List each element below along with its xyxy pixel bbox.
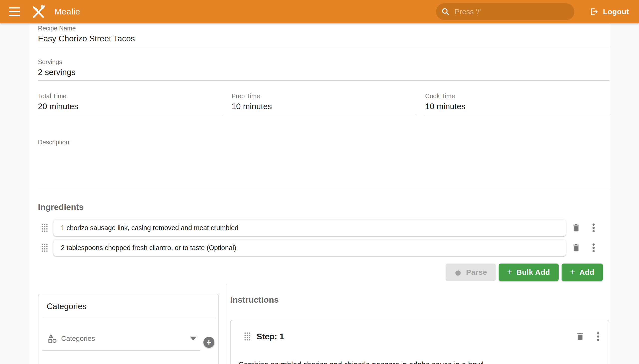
drag-handle-icon[interactable]	[244, 332, 251, 341]
description-label: Description	[38, 138, 609, 146]
total-time-input[interactable]	[38, 102, 222, 115]
categories-select[interactable]: Categories	[43, 334, 200, 351]
categories-card-title: Categories	[39, 294, 219, 318]
plus-icon: +	[206, 337, 211, 347]
ingredient-row	[38, 220, 609, 236]
mealie-logo-icon[interactable]	[31, 4, 46, 20]
parse-label: Parse	[466, 268, 487, 276]
drag-handle-icon[interactable]	[42, 224, 48, 232]
divider	[42, 318, 215, 318]
logout-label: Logout	[603, 8, 629, 16]
bulk-add-label: Bulk Add	[516, 268, 550, 276]
ingredient-menu-icon[interactable]	[590, 223, 597, 232]
search-box[interactable]	[436, 3, 574, 20]
instructions-section-title: Instructions	[230, 295, 609, 305]
search-icon	[441, 7, 450, 16]
prep-time-input[interactable]	[232, 102, 416, 115]
step-text[interactable]: Combine crumbled chorizo and chipotle pe…	[238, 359, 599, 364]
add-label: Add	[579, 268, 594, 276]
bulk-add-button[interactable]: + Bulk Add	[499, 264, 559, 281]
recipe-name-field: Recipe Name	[38, 24, 609, 47]
drag-handle-icon[interactable]	[42, 243, 48, 252]
menu-icon[interactable]	[9, 7, 20, 16]
step-menu-icon[interactable]	[594, 332, 602, 341]
ingredient-input-card	[53, 240, 566, 256]
apple-icon	[454, 268, 462, 276]
prep-time-label: Prep Time	[232, 92, 416, 100]
ingredients-section-title: Ingredients	[38, 202, 609, 212]
cook-time-label: Cook Time	[425, 92, 609, 100]
description-field: Description	[38, 138, 609, 188]
recipe-name-input[interactable]	[38, 34, 609, 47]
parse-button[interactable]: Parse	[446, 264, 496, 281]
ingredient-input[interactable]	[60, 224, 559, 232]
search-input[interactable]	[454, 7, 569, 16]
recipe-editor: Recipe Name Servings Total Time Prep Tim…	[29, 23, 610, 364]
prep-time-field: Prep Time	[232, 92, 416, 115]
delete-step-icon[interactable]	[575, 332, 585, 341]
ingredient-menu-icon[interactable]	[590, 243, 597, 252]
ingredient-input[interactable]	[60, 244, 559, 252]
delete-ingredient-icon[interactable]	[571, 243, 581, 252]
step-title: Step: 1	[257, 332, 284, 341]
plus-icon: +	[507, 268, 513, 276]
mealie-app: Mealie Logout Recipe	[0, 0, 639, 364]
logout-button[interactable]: Logout	[588, 7, 630, 16]
ingredient-input-card	[53, 220, 566, 236]
ingredient-row	[38, 240, 609, 256]
servings-label: Servings	[38, 58, 609, 66]
chevron-down-icon	[190, 336, 196, 340]
recipe-name-label: Recipe Name	[38, 24, 609, 32]
categories-select-label: Categories	[61, 334, 186, 342]
total-time-field: Total Time	[38, 92, 222, 115]
app-title: Mealie	[54, 7, 80, 16]
total-time-label: Total Time	[38, 92, 222, 100]
servings-input[interactable]	[38, 67, 609, 81]
logout-icon	[590, 7, 599, 16]
categories-card: Categories	[38, 294, 219, 364]
plus-icon: +	[570, 268, 576, 276]
add-ingredient-button[interactable]: + Add	[562, 264, 603, 281]
cook-time-input[interactable]	[425, 102, 609, 115]
shapes-icon	[47, 334, 57, 344]
cook-time-field: Cook Time	[425, 92, 609, 115]
app-header: Mealie Logout	[0, 0, 639, 23]
instruction-step-card: Step: 1	[230, 320, 609, 364]
delete-ingredient-icon[interactable]	[571, 223, 581, 232]
servings-field: Servings	[38, 58, 609, 81]
description-textarea[interactable]	[38, 146, 609, 188]
add-category-button[interactable]: +	[203, 337, 215, 348]
